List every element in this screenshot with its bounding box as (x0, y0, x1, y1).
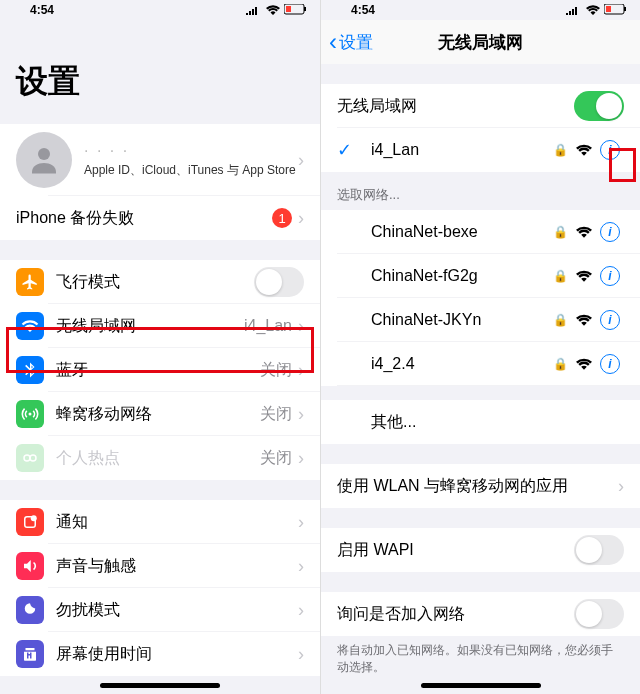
sounds-row[interactable]: 声音与触感 › (0, 544, 320, 588)
settings-screen: 4:54 设置 · · · · Apple ID、iCloud、iTunes 与… (0, 0, 320, 694)
cellular-row[interactable]: 蜂窝移动网络 关闭 › (0, 392, 320, 436)
ask-toggle[interactable] (574, 599, 624, 629)
profile-sub: Apple ID、iCloud、iTunes 与 App Store (84, 162, 298, 179)
wifi-signal-icon (576, 270, 592, 282)
backup-row[interactable]: iPhone 备份失败 1 › (0, 196, 320, 240)
chevron-icon: › (618, 476, 624, 497)
profile-name: · · · · (84, 142, 298, 160)
home-indicator[interactable] (421, 683, 541, 688)
chevron-icon: › (298, 360, 304, 381)
chevron-icon: › (298, 208, 304, 229)
svg-rect-1 (304, 7, 306, 11)
chevron-icon: › (298, 600, 304, 621)
home-indicator[interactable] (100, 683, 220, 688)
notifications-row[interactable]: 通知 › (0, 500, 320, 544)
hotspot-row[interactable]: 个人热点 关闭 › (0, 436, 320, 480)
info-icon[interactable]: i (600, 222, 620, 242)
wifi-icon (16, 312, 44, 340)
wapi-toggle[interactable] (574, 535, 624, 565)
bluetooth-row[interactable]: 蓝牙 关闭 › (0, 348, 320, 392)
lock-icon: 🔒 (553, 143, 568, 157)
svg-point-4 (29, 413, 32, 416)
ask-footer: 将自动加入已知网络。如果没有已知网络，您必须手动选择。 (321, 636, 640, 690)
svg-point-5 (24, 455, 30, 461)
sounds-icon (16, 552, 44, 580)
chevron-icon: › (298, 512, 304, 533)
svg-rect-2 (286, 6, 291, 12)
chevron-icon: › (298, 404, 304, 425)
page-title: 无线局域网 (438, 31, 523, 54)
info-icon[interactable]: i (600, 354, 620, 374)
chevron-icon: › (298, 556, 304, 577)
status-bar: 4:54 (0, 0, 320, 20)
network-row[interactable]: i4_2.4 🔒i (321, 342, 640, 386)
dnd-row[interactable]: 勿扰模式 › (0, 588, 320, 632)
page-title: 设置 (0, 20, 320, 114)
airplane-row[interactable]: 飞行模式 (0, 260, 320, 304)
svg-point-8 (31, 515, 37, 521)
wifi-row[interactable]: 无线局域网 i4_Lan › (0, 304, 320, 348)
chevron-icon: › (298, 150, 304, 171)
other-network-row[interactable]: 其他... (321, 400, 640, 444)
navbar: ‹ 设置 无线局域网 (321, 20, 640, 64)
choose-network-header: 选取网络... (321, 172, 640, 210)
airplane-toggle[interactable] (254, 267, 304, 297)
notifications-icon (16, 508, 44, 536)
wifi-signal-icon (576, 144, 592, 156)
airplane-icon (16, 268, 44, 296)
status-bar: 4:54 (321, 0, 640, 20)
hotspot-icon (16, 444, 44, 472)
avatar-icon (16, 132, 72, 188)
svg-point-3 (38, 148, 50, 160)
status-icons (246, 4, 308, 16)
chevron-left-icon: ‹ (329, 28, 337, 56)
apple-id-row[interactable]: · · · · Apple ID、iCloud、iTunes 与 App Sto… (0, 124, 320, 196)
wifi-signal-icon (576, 358, 592, 370)
network-row[interactable]: ChinaNet-JKYn 🔒i (321, 298, 640, 342)
info-icon[interactable]: i (600, 266, 620, 286)
status-time: 4:54 (30, 3, 54, 17)
svg-point-6 (30, 455, 36, 461)
screentime-row[interactable]: 屏幕使用时间 › (0, 632, 320, 676)
check-icon: ✓ (337, 139, 355, 161)
svg-rect-10 (624, 7, 626, 11)
lock-icon: 🔒 (553, 357, 568, 371)
dnd-icon (16, 596, 44, 624)
chevron-icon: › (298, 448, 304, 469)
lock-icon: 🔒 (553, 313, 568, 327)
ask-join-row: 询问是否加入网络 (321, 592, 640, 636)
wifi-signal-icon (576, 314, 592, 326)
wlan-apps-row[interactable]: 使用 WLAN 与蜂窝移动网的应用 › (321, 464, 640, 508)
svg-rect-11 (606, 6, 611, 12)
wapi-row: 启用 WAPI (321, 528, 640, 572)
lock-icon: 🔒 (553, 269, 568, 283)
network-row[interactable]: ChinaNet-bexe 🔒i (321, 210, 640, 254)
network-row[interactable]: ChinaNet-fG2g 🔒i (321, 254, 640, 298)
lock-icon: 🔒 (553, 225, 568, 239)
chevron-icon: › (298, 316, 304, 337)
info-icon[interactable]: i (600, 310, 620, 330)
bluetooth-icon (16, 356, 44, 384)
cellular-icon (16, 400, 44, 428)
screentime-icon (16, 640, 44, 668)
chevron-icon: › (298, 644, 304, 665)
back-button[interactable]: ‹ 设置 (329, 28, 373, 56)
badge: 1 (272, 208, 292, 228)
wifi-screen: 4:54 ‹ 设置 无线局域网 无线局域网 ✓ i4_Lan (320, 0, 640, 694)
wifi-toggle-row: 无线局域网 (321, 84, 640, 128)
connected-network-row[interactable]: ✓ i4_Lan 🔒 i (321, 128, 640, 172)
info-icon[interactable]: i (600, 140, 620, 160)
wifi-signal-icon (576, 226, 592, 238)
wifi-toggle[interactable] (574, 91, 624, 121)
status-icons (566, 4, 628, 16)
status-time: 4:54 (351, 3, 375, 17)
